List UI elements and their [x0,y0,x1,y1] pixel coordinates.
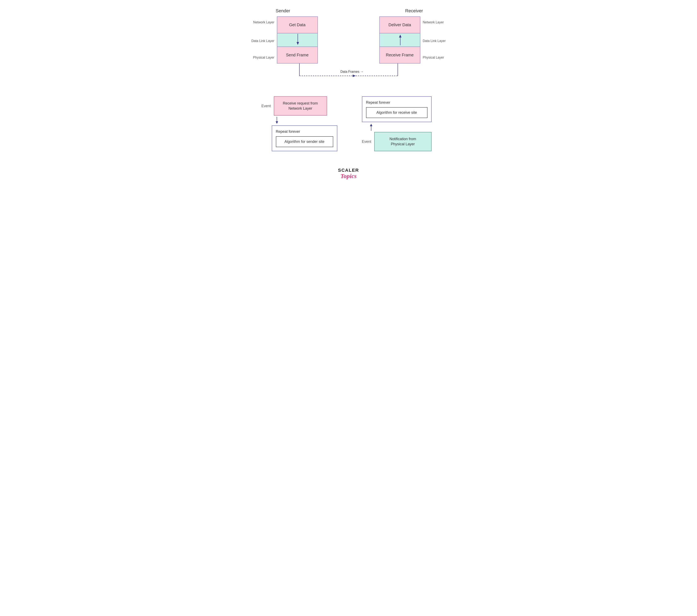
receiver-flow: Repeat forever Algorithm for receive sit… [362,96,436,151]
sender-event-row: Event Receive request fromNetwork Layer [262,96,327,116]
receiver-algo-box: Algorithm for receive site [366,107,428,118]
sender-physical-label: Physical Layer [248,56,275,63]
receiver-physical-label: Physical Layer [423,56,449,63]
sender-repeat-title: Repeat forever [276,130,333,134]
receiver-event-row: Event Notification fromPhysical Layer [362,132,432,151]
logo: SCALER Topics [338,168,359,179]
sender-network-label: Network Layer [248,16,275,24]
receiver-repeat-title: Repeat forever [366,101,428,105]
connector-svg: Data Frames → [285,63,412,80]
receiver-arrow-svg [368,123,374,131]
sender-middle [277,33,317,47]
logo-scaler: SCALER [338,168,359,173]
svg-marker-12 [370,124,372,126]
svg-marker-7 [353,75,356,77]
sender-down-arrow [277,33,318,46]
sender-event-box: Receive request fromNetwork Layer [274,96,327,116]
svg-marker-10 [276,121,278,124]
sender-send-frame: Send Frame [277,47,317,63]
receiver-flow-arrow [362,123,374,131]
svg-marker-1 [297,42,299,45]
receiver-event-label: Event [362,139,372,144]
sender-event-label: Event [262,104,272,108]
sender-event-text: Receive request fromNetwork Layer [283,101,318,110]
receiver-title: Receiver [379,8,449,14]
sender-group: Sender Network Layer Data Link Layer Phy… [248,8,318,63]
receiver-network-label: Network Layer [423,16,449,24]
data-frames-connector: Data Frames → [236,63,461,80]
top-diagram: Sender Network Layer Data Link Layer Phy… [236,8,461,80]
receiver-middle [380,33,420,47]
svg-text:Data Frames →: Data Frames → [340,70,364,73]
sender-get-data: Get Data [277,17,317,33]
receiver-event-text: Notification fromPhysical Layer [389,137,416,146]
logo-topics: Topics [340,173,357,179]
receiver-group: Receiver Deliver Data Receive Frame [379,8,449,63]
receiver-up-arrow [380,33,421,46]
receiver-outer-box: Repeat forever Algorithm for receive sit… [362,96,432,122]
sender-datalink-label: Data Link Layer [248,37,275,43]
sender-arrow-svg [274,117,280,124]
svg-marker-3 [399,35,401,37]
receiver-receive-frame: Receive Frame [380,47,420,63]
receiver-deliver-data: Deliver Data [380,17,420,33]
sender-outer-box: Repeat forever Algorithm for sender site [272,125,337,151]
bottom-diagram: Event Receive request fromNetwork Layer … [246,96,451,151]
receiver-event-box: Notification fromPhysical Layer [374,132,432,151]
sender-title: Sender [248,8,318,14]
sender-flow-arrow [262,117,280,124]
receiver-stack: Deliver Data Receive Frame [379,16,420,63]
receiver-datalink-label: Data Link Layer [423,37,449,43]
sender-flow: Event Receive request fromNetwork Layer … [262,96,337,151]
sender-stack: Get Data Send Frame [277,16,318,63]
sender-algo-box: Algorithm for sender site [276,136,333,147]
